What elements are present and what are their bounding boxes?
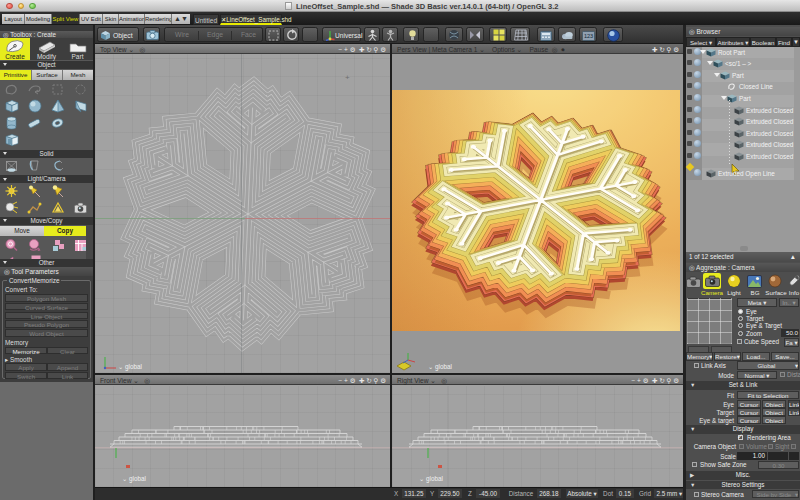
svg-text:123: 123 [584,33,593,39]
